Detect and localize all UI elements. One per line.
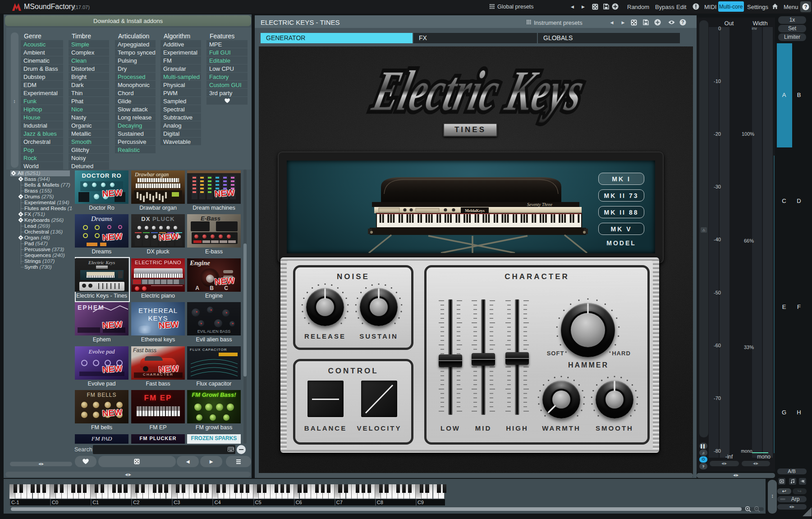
- svg-text:Seventy Three: Seventy Three: [527, 202, 553, 207]
- svg-text:MeldaKeys: MeldaKeys: [465, 208, 485, 213]
- svg-text:?: ?: [804, 4, 807, 9]
- svg-text:Electric Keys: Electric Keys: [367, 59, 590, 123]
- svg-text:?: ?: [681, 20, 684, 25]
